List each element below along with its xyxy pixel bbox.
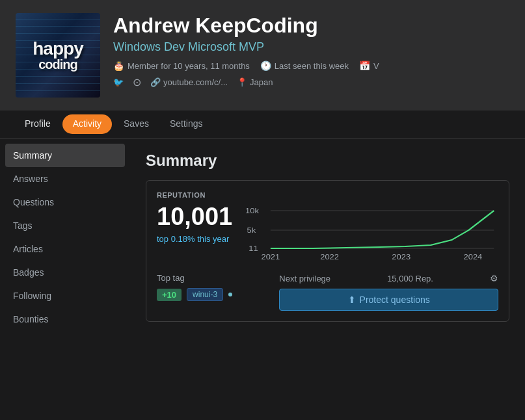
github-link[interactable]: ⊙ xyxy=(133,76,141,88)
profile-header: happy coding Andrew KeepCoding Windows D… xyxy=(0,0,525,111)
top-tag-pill[interactable]: winui-3 xyxy=(187,288,223,301)
twitter-link[interactable]: 🐦 xyxy=(113,77,124,87)
reputation-chart: 10k 5k 11 2021 2022 2023 2024 xyxy=(245,204,498,263)
rep-chart-row: 10,001 top 0.18% this year 10k 5k 11 xyxy=(157,204,498,263)
tabs-bar: Profile Activity Saves Settings xyxy=(0,111,525,138)
sidebar-item-questions[interactable]: Questions xyxy=(0,190,130,214)
main-content: Summary Answers Questions Tags Articles … xyxy=(0,138,525,399)
tab-activity[interactable]: Activity xyxy=(62,114,112,134)
rep-left: 10,001 top 0.18% this year xyxy=(157,204,232,244)
twitter-icon: 🐦 xyxy=(113,77,124,87)
tag-rep-badge: +10 xyxy=(157,289,182,301)
profile-links: 🐦 ⊙ 🔗 youtube.com/c/... 📍 Japan xyxy=(113,76,509,88)
sidebar-item-bounties[interactable]: Bounties xyxy=(0,308,130,331)
cake-icon: 🎂 xyxy=(113,60,124,71)
member-since: 🎂 Member for 10 years, 11 months xyxy=(113,60,250,71)
chart-svg: 10k 5k 11 2021 2022 2023 2024 xyxy=(245,204,498,263)
profile-title: Windows Dev Microsoft MVP xyxy=(113,40,509,54)
protect-up-icon: ⬆ xyxy=(348,295,356,305)
clock-icon: 🕐 xyxy=(260,60,271,71)
bottom-row: Top tag +10 winui-3 Next privilege 15,00… xyxy=(157,273,498,311)
sidebar-item-tags[interactable]: Tags xyxy=(0,214,130,237)
svg-text:2022: 2022 xyxy=(320,254,339,260)
profile-name: Andrew KeepCoding xyxy=(113,13,509,38)
web-icon: 🔗 xyxy=(150,77,161,87)
calendar-item: 📅 V xyxy=(359,60,379,71)
svg-text:2023: 2023 xyxy=(392,254,411,260)
sidebar-item-following[interactable]: Following xyxy=(0,284,130,308)
svg-text:2024: 2024 xyxy=(464,254,483,260)
location-item: 📍 Japan xyxy=(237,77,273,87)
next-privilege-section: Next privilege 15,000 Rep. ⚙ ⬆ Protect q… xyxy=(279,273,498,311)
protect-button-label: Protect questions xyxy=(360,295,430,305)
svg-text:2021: 2021 xyxy=(262,254,280,260)
gear-icon[interactable]: ⚙ xyxy=(490,273,498,283)
tab-settings[interactable]: Settings xyxy=(161,111,212,138)
sidebar: Summary Answers Questions Tags Articles … xyxy=(0,138,130,399)
location-icon: 📍 xyxy=(237,77,247,87)
dot-indicator xyxy=(228,293,232,296)
protect-questions-button[interactable]: ⬆ Protect questions xyxy=(279,289,498,311)
svg-text:10k: 10k xyxy=(245,207,259,214)
reputation-value: 10,001 xyxy=(157,204,232,229)
privilege-header: Next privilege 15,000 Rep. ⚙ xyxy=(279,273,498,283)
sidebar-item-summary[interactable]: Summary xyxy=(5,144,125,167)
privilege-title: Next privilege xyxy=(279,274,330,283)
tag-row: +10 winui-3 xyxy=(157,288,266,301)
reputation-label: REPUTATION xyxy=(157,191,498,199)
svg-text:11: 11 xyxy=(249,245,258,252)
content-area: Summary REPUTATION 10,001 top 0.18% this… xyxy=(130,138,525,399)
profile-info: Andrew KeepCoding Windows Dev Microsoft … xyxy=(113,13,509,88)
top-tag-section: Top tag +10 winui-3 xyxy=(157,273,266,301)
reputation-card: REPUTATION 10,001 top 0.18% this year 10… xyxy=(146,180,509,322)
github-icon: ⊙ xyxy=(133,76,141,88)
tab-profile[interactable]: Profile xyxy=(16,111,60,138)
svg-text:5k: 5k xyxy=(247,227,256,233)
calendar-icon: 📅 xyxy=(359,60,370,71)
tab-saves[interactable]: Saves xyxy=(114,111,158,138)
privilege-rep: 15,000 Rep. xyxy=(387,274,433,283)
top-tag-label: Top tag xyxy=(157,273,266,283)
rep-top-percent: top 0.18% this year xyxy=(157,234,232,244)
profile-meta: 🎂 Member for 10 years, 11 months 🕐 Last … xyxy=(113,60,509,71)
last-seen: 🕐 Last seen this week xyxy=(260,60,349,71)
avatar: happy coding xyxy=(16,13,100,98)
web-link[interactable]: 🔗 youtube.com/c/... xyxy=(150,77,228,87)
sidebar-item-articles[interactable]: Articles xyxy=(0,237,130,261)
sidebar-item-answers[interactable]: Answers xyxy=(0,167,130,190)
page-title: Summary xyxy=(146,151,509,170)
sidebar-item-badges[interactable]: Badges xyxy=(0,261,130,284)
